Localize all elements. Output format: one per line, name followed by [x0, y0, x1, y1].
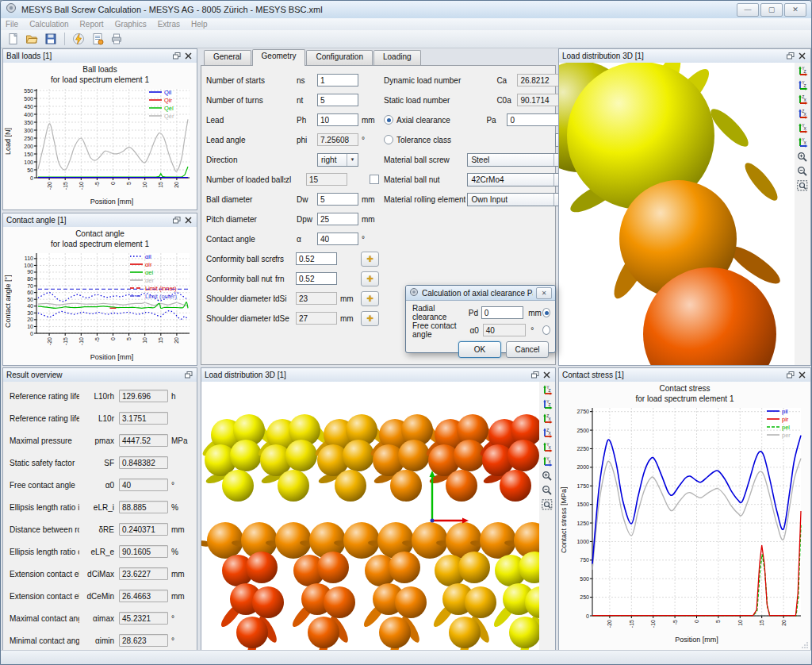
- tab-general[interactable]: General: [204, 50, 251, 65]
- ok-button[interactable]: OK: [458, 341, 501, 358]
- add-database-button[interactable]: +: [361, 311, 379, 326]
- close-icon[interactable]: [797, 371, 807, 380]
- close-icon[interactable]: [542, 371, 552, 380]
- view-right-button[interactable]: ZX: [796, 108, 809, 120]
- panel-title: Contact stress [1]: [562, 371, 783, 379]
- tab-loading[interactable]: Loading: [373, 50, 421, 65]
- calculate-button[interactable]: [71, 32, 86, 46]
- maximize-button[interactable]: ▢: [760, 3, 783, 17]
- close-icon[interactable]: [797, 52, 807, 61]
- view-top-button[interactable]: YX: [796, 122, 809, 134]
- load-3d-center-viewport[interactable]: [201, 382, 539, 651]
- print-button[interactable]: [109, 32, 124, 46]
- result-value: 28.623: [119, 634, 168, 647]
- float-panel-icon[interactable]: [530, 371, 540, 380]
- float-panel-icon[interactable]: [171, 52, 182, 61]
- title-bar[interactable]: MESYS Ball Screw Calculation - MESYS AG …: [1, 1, 811, 19]
- view-bottom-button[interactable]: YX: [796, 136, 809, 148]
- dialog-title-bar[interactable]: Calculation of axial clearance Pa ✕: [406, 286, 555, 301]
- radio-unselected[interactable]: [384, 135, 393, 144]
- float-panel-icon[interactable]: [183, 371, 193, 380]
- cancel-button[interactable]: Cancel: [506, 341, 549, 358]
- input-pitch-diameter[interactable]: 25: [317, 213, 358, 225]
- input-lead[interactable]: 10: [317, 113, 358, 126]
- menu-item-report[interactable]: Report: [80, 20, 104, 29]
- radio-selected[interactable]: [384, 115, 393, 125]
- svg-text:0: 0: [110, 182, 116, 185]
- float-panel-icon[interactable]: [171, 216, 182, 225]
- result-value: 45.2321: [119, 612, 168, 625]
- zoom-out-button[interactable]: [796, 165, 809, 177]
- input-ball-diameter[interactable]: 5: [317, 193, 358, 206]
- minimize-button[interactable]: —: [737, 3, 759, 17]
- float-panel-icon[interactable]: [785, 52, 795, 61]
- close-button[interactable]: ✕: [784, 3, 806, 17]
- input-axial-clearance[interactable]: 0: [507, 113, 565, 126]
- save-file-button[interactable]: [43, 32, 59, 46]
- panel-contact-angle-header: Contact angle [1]: [3, 213, 197, 228]
- radio-selected[interactable]: [542, 308, 550, 317]
- result-symbol: eLR_i: [79, 503, 119, 512]
- svg-text:450: 450: [24, 104, 33, 110]
- tab-configuration[interactable]: Configuration: [306, 50, 372, 65]
- dropdown-direction[interactable]: right▼: [317, 153, 358, 167]
- tab-geometry[interactable]: Geometry: [252, 49, 306, 66]
- input-number-of-turns[interactable]: 5: [317, 94, 358, 106]
- zoom-out-button[interactable]: [541, 484, 553, 496]
- menu-item-help[interactable]: Help: [191, 20, 208, 29]
- menu-item-extras[interactable]: Extras: [158, 20, 180, 29]
- result-value: 40: [119, 479, 168, 491]
- y-axis-label: Contact stress [MPa]: [560, 404, 569, 636]
- input-contact-angle[interactable]: 40: [317, 233, 358, 245]
- view-top-button[interactable]: YX: [541, 441, 553, 453]
- add-database-button[interactable]: +: [361, 252, 379, 267]
- view-bottom-button[interactable]: YX: [541, 456, 553, 467]
- svg-text:70: 70: [27, 283, 33, 289]
- calculate-icon: [72, 33, 85, 45]
- add-database-button[interactable]: +: [361, 291, 379, 306]
- view-right-button[interactable]: ZX: [541, 427, 553, 439]
- panel-load-3d-right: Load distribution 3D [1] YZYZZXZXYXYX: [558, 48, 811, 366]
- view-back-button[interactable]: YZ: [541, 398, 553, 410]
- zoom-fit-button[interactable]: [796, 179, 809, 191]
- result-row: Reference rating lifeL10rh129.696h: [10, 390, 192, 402]
- resize-grip[interactable]: [801, 641, 809, 649]
- result-unit: mm: [168, 570, 192, 579]
- menu-item-graphics[interactable]: Graphics: [115, 20, 147, 29]
- menu-item-file[interactable]: File: [6, 20, 18, 29]
- open-file-button[interactable]: [24, 32, 40, 46]
- dropdown-material-ball-screw[interactable]: Steel▼: [467, 153, 565, 167]
- view-left-button[interactable]: ZX: [796, 94, 809, 106]
- view-left-button[interactable]: ZX: [541, 413, 553, 425]
- menu-bar: FileCalculationReportGraphicsExtrasHelp: [1, 18, 811, 30]
- float-panel-icon[interactable]: [785, 371, 795, 380]
- dialog-close-icon[interactable]: ✕: [536, 287, 552, 299]
- result-unit: °: [168, 636, 192, 645]
- zoom-in-button[interactable]: [541, 470, 553, 482]
- close-icon[interactable]: [183, 52, 193, 61]
- close-icon[interactable]: [183, 216, 193, 225]
- zoom-in-button[interactable]: [796, 151, 809, 163]
- view-back-button[interactable]: YZ: [796, 79, 809, 91]
- field-symbol: C0a: [496, 96, 517, 105]
- checkbox-unchecked[interactable]: [370, 175, 379, 184]
- load-3d-right-viewport[interactable]: [559, 63, 795, 365]
- input-number-of-starts[interactable]: 1: [317, 74, 358, 86]
- new-file-button[interactable]: [5, 32, 21, 46]
- field-symbol: dSi: [275, 294, 296, 303]
- input-conformity-ball-nut[interactable]: 0.52: [296, 272, 337, 285]
- dropdown-material-ball-nut[interactable]: 42CrMo4▼: [467, 173, 565, 186]
- open-file-icon: [25, 33, 38, 45]
- view-front-button[interactable]: YZ: [796, 65, 809, 77]
- result-symbol: SF: [79, 459, 119, 467]
- dropdown-value: Steel: [468, 156, 553, 164]
- input-radial-clearance[interactable]: 0: [481, 306, 523, 319]
- view-front-button[interactable]: YZ: [541, 384, 553, 396]
- dropdown-material-rolling-element[interactable]: Own Input▼: [467, 193, 565, 206]
- report-button[interactable]: [90, 32, 105, 46]
- input-conformity-ball-screw[interactable]: 0.52: [296, 252, 337, 265]
- radio-unselected[interactable]: [542, 325, 550, 335]
- add-database-button[interactable]: +: [361, 271, 379, 286]
- zoom-fit-button[interactable]: [541, 498, 553, 510]
- menu-item-calculation[interactable]: Calculation: [29, 20, 68, 29]
